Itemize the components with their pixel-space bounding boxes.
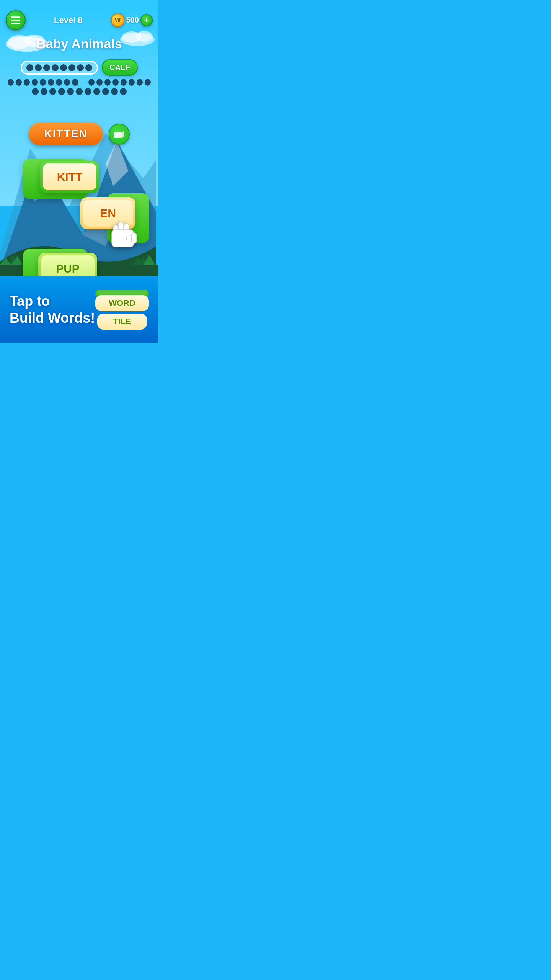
dot [112,79,119,86]
dot [68,64,75,71]
tap-line-2: Build Words! [10,310,95,326]
dot [72,79,78,86]
category-title: Baby Animals [0,36,158,51]
dot [129,79,135,86]
dot [35,64,42,71]
eraser-icon [113,129,125,139]
kitt-tile[interactable]: KITT [40,161,99,193]
slot-row-1: CALF [8,59,151,76]
dot [93,88,100,95]
menu-line-1 [11,16,20,18]
svg-rect-15 [114,132,117,138]
dot [121,79,127,86]
tap-text: Tap to Build Words! [10,293,95,326]
menu-line-3 [11,23,20,24]
dot [102,88,109,95]
current-word-section: KITTEN [0,122,158,145]
menu-button[interactable] [6,10,26,30]
svg-rect-20 [112,230,134,247]
dot [43,64,50,71]
word-tile-tile[interactable]: TILE [97,314,147,330]
dot [16,79,22,86]
dot [76,88,83,95]
menu-line-2 [11,20,20,21]
dot [77,64,84,71]
category-section: Baby Animals [0,34,158,53]
word-tile-word[interactable]: WORD [95,295,149,311]
dot [48,79,54,86]
dot [41,88,47,95]
svg-rect-21 [131,233,137,243]
erase-button[interactable] [109,124,130,145]
dot [24,79,30,86]
dot [40,79,46,86]
word-slots-area: CALF [0,59,158,97]
dot [49,88,56,95]
dot [52,64,59,71]
dot [67,88,74,95]
dot [58,88,65,95]
dot [26,64,33,71]
dot [64,79,70,86]
coin-count: 500 [126,16,139,24]
dot [85,88,91,95]
coin-icon: W [111,13,125,27]
dot [32,88,39,95]
bottom-panel: Tap to Build Words! WORD TILE [0,276,158,343]
dot [32,79,38,86]
dot [111,88,118,95]
add-coins-button[interactable]: + [140,14,153,26]
dot [88,79,95,86]
svg-marker-10 [0,258,11,265]
dot [137,79,143,86]
dot [85,64,92,71]
dot [56,79,62,86]
dot [120,88,127,95]
current-word-display[interactable]: KITTEN [29,122,103,145]
dot [8,79,14,86]
dot [104,79,111,86]
hand-cursor-icon [109,218,143,259]
level-title: Level 8 [54,15,83,25]
coins-area: W 500 + [111,13,153,27]
word-tile-stack: WORD TILE [95,290,149,330]
calf-badge: CALF [102,59,137,76]
kitt-tile-text: KITT [43,163,96,190]
dot [96,79,103,86]
header: Level 8 W 500 + [0,0,158,34]
slot-row-2 [8,79,151,86]
dot [60,64,67,71]
slot-row-3 [8,88,151,95]
filled-word-bar [21,61,98,75]
svg-marker-16 [122,130,124,138]
tap-line-1: Tap to [10,293,95,309]
dot [145,79,151,86]
